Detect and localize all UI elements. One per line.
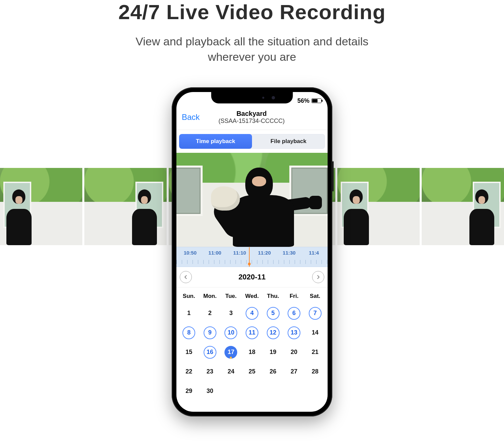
tab-time-playback[interactable]: Time playback <box>179 134 252 149</box>
dow-label: Fri. <box>284 289 305 304</box>
timeline-tick: 11:4 <box>301 250 326 256</box>
chevron-right-icon <box>316 275 321 279</box>
calendar-cell[interactable]: 14 <box>304 323 326 343</box>
calendar-cell[interactable]: 27 <box>284 362 305 382</box>
calendar-cell[interactable]: 17 <box>220 343 242 362</box>
calendar-day[interactable]: 15 <box>182 346 195 359</box>
calendar-cell[interactable]: 19 <box>262 343 284 362</box>
timeline-tick: 11:20 <box>252 250 277 256</box>
calendar-cell[interactable]: 16 <box>200 343 221 362</box>
calendar-cell[interactable]: 22 <box>178 362 200 382</box>
calendar-day-available[interactable]: 12 <box>267 326 280 339</box>
calendar-cell[interactable]: 21 <box>304 343 326 362</box>
calendar-cell[interactable]: 11 <box>242 323 263 343</box>
calendar-day-available[interactable]: 9 <box>204 326 216 339</box>
calendar-day-available[interactable]: 11 <box>246 326 258 339</box>
dow-label: Mon. <box>200 289 221 304</box>
calendar-day[interactable]: 24 <box>224 365 237 378</box>
calendar-cell[interactable]: 6 <box>284 304 305 323</box>
calendar-day-available[interactable]: 6 <box>288 307 300 320</box>
calendar-day[interactable]: 27 <box>288 365 300 378</box>
video-preview[interactable] <box>176 153 328 247</box>
calendar-cell[interactable]: 26 <box>262 362 284 382</box>
calendar-cell <box>262 382 284 401</box>
calendar-day-available[interactable]: 16 <box>204 346 216 359</box>
calendar-cell[interactable]: 2 <box>200 304 221 323</box>
calendar-week-row: 15161718192021 <box>178 343 326 362</box>
calendar-cell <box>242 382 263 401</box>
calendar-cell[interactable]: 30 <box>200 382 221 401</box>
calendar-day[interactable]: 1 <box>182 307 195 320</box>
prev-month-button[interactable] <box>180 271 192 283</box>
calendar-cell[interactable]: 18 <box>242 343 263 362</box>
calendar-day[interactable]: 23 <box>204 365 216 378</box>
calendar-day-available[interactable]: 7 <box>309 307 322 320</box>
back-button[interactable]: Back <box>182 113 200 122</box>
calendar-day[interactable]: 26 <box>267 365 280 378</box>
calendar-day-available[interactable]: 8 <box>182 326 195 339</box>
calendar-day[interactable]: 3 <box>224 307 237 320</box>
calendar-day[interactable]: 18 <box>246 346 258 359</box>
calendar-day[interactable]: 19 <box>267 346 280 359</box>
camera-name: Backyard <box>200 109 303 118</box>
battery-percent-text: 56% <box>297 97 309 104</box>
hero-subtitle-line2: wherever you are <box>208 50 296 63</box>
timeline-tick: 10:50 <box>178 250 203 256</box>
calendar-cell[interactable]: 4 <box>242 304 263 323</box>
calendar-day[interactable]: 2 <box>204 307 216 320</box>
calendar-cell[interactable]: 8 <box>178 323 200 343</box>
calendar-day[interactable]: 20 <box>288 346 300 359</box>
calendar: Sun. Mon. Tue. Wed. Thu. Fri. Sat. 12345… <box>176 287 328 401</box>
tab-file-playback[interactable]: File playback <box>252 134 325 149</box>
dow-label: Sat. <box>304 289 326 304</box>
calendar-day-available[interactable]: 13 <box>288 326 300 339</box>
calendar-week-row: 1234567 <box>178 304 326 323</box>
calendar-cell[interactable]: 23 <box>200 362 221 382</box>
calendar-cell[interactable]: 12 <box>262 323 284 343</box>
calendar-cell[interactable]: 3 <box>220 304 242 323</box>
phone-frame: 56% Back Backyard (SSAA-151734-CCCCC) Ti… <box>172 87 332 416</box>
calendar-day[interactable]: 25 <box>246 365 258 378</box>
phone-screen: 56% Back Backyard (SSAA-151734-CCCCC) Ti… <box>176 92 328 412</box>
hero-title: 24/7 Live Video Recording <box>0 0 504 24</box>
next-month-button[interactable] <box>312 271 324 283</box>
playback-timeline[interactable]: 10:50 11:00 11:10 11:20 11:30 11:4 <box>176 247 328 267</box>
calendar-dow-row: Sun. Mon. Tue. Wed. Thu. Fri. Sat. <box>178 289 326 304</box>
calendar-day[interactable]: 21 <box>309 346 322 359</box>
calendar-cell[interactable]: 29 <box>178 382 200 401</box>
timeline-tick: 11:10 <box>227 250 252 256</box>
battery-icon <box>311 98 322 103</box>
calendar-day-selected[interactable]: 17 <box>224 346 237 359</box>
calendar-cell[interactable]: 1 <box>178 304 200 323</box>
calendar-cell[interactable]: 10 <box>220 323 242 343</box>
calendar-day[interactable]: 28 <box>309 365 322 378</box>
calendar-cell[interactable]: 25 <box>242 362 263 382</box>
calendar-cell[interactable]: 28 <box>304 362 326 382</box>
calendar-day-available[interactable]: 10 <box>224 326 237 339</box>
hero-subtitle-line1: View and playback all the situation and … <box>135 35 368 48</box>
camera-id: (SSAA-151734-CCCCC) <box>200 118 303 125</box>
calendar-day[interactable]: 30 <box>204 385 216 398</box>
intruder-figure <box>217 166 304 247</box>
calendar-day[interactable]: 22 <box>182 365 195 378</box>
calendar-cell <box>220 382 242 401</box>
calendar-day-available[interactable]: 4 <box>246 307 258 320</box>
calendar-day[interactable]: 14 <box>309 326 322 339</box>
calendar-cell[interactable]: 15 <box>178 343 200 362</box>
dow-label: Sun. <box>178 289 200 304</box>
calendar-cell[interactable]: 7 <box>304 304 326 323</box>
calendar-cell[interactable]: 20 <box>284 343 305 362</box>
calendar-week-row: 2930 <box>178 382 326 401</box>
calendar-cell[interactable]: 5 <box>262 304 284 323</box>
calendar-day-available[interactable]: 5 <box>267 307 280 320</box>
filmstrip-frame <box>0 168 82 245</box>
calendar-cell[interactable]: 13 <box>284 323 305 343</box>
calendar-cell[interactable]: 9 <box>200 323 221 343</box>
timeline-playhead[interactable] <box>249 247 250 267</box>
calendar-cell[interactable]: 24 <box>220 362 242 382</box>
calendar-cell <box>284 382 305 401</box>
calendar-week-row: 891011121314 <box>178 323 326 343</box>
dow-label: Thu. <box>262 289 284 304</box>
calendar-day[interactable]: 29 <box>182 385 195 398</box>
nav-bar: Back Backyard (SSAA-151734-CCCCC) <box>176 107 328 130</box>
